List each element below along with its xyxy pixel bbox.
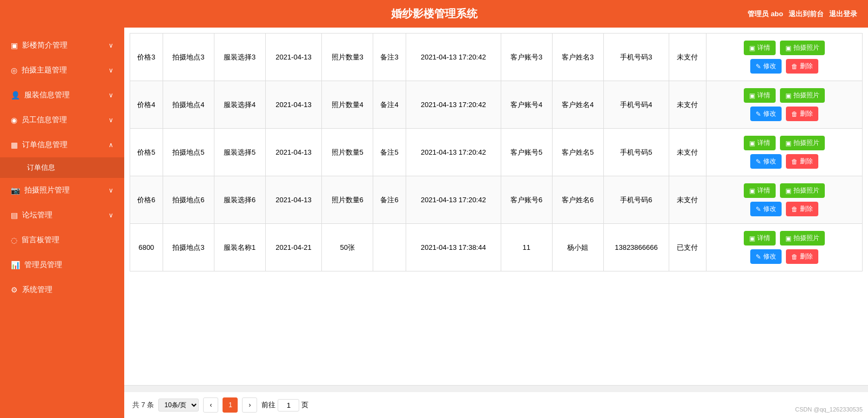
table-cell-0: 价格5 <box>130 129 163 176</box>
table-action-cell: ▣ 详情 ▣ 拍摄照片 ✎ 修改 🗑 删除 <box>706 176 862 224</box>
sidebar-item-studio-intro[interactable]: ▣ 影楼简介管理 ∨ <box>0 33 124 58</box>
table-cell-4: 照片数量3 <box>322 34 373 81</box>
sidebar-label-system: 系统管理 <box>22 285 113 295</box>
sidebar-label-costume: 服装信息管理 <box>24 90 109 100</box>
photo-button[interactable]: ▣ 拍摄照片 <box>780 88 825 103</box>
delete-button[interactable]: 🗑 删除 <box>786 154 818 169</box>
total-count: 共 7 条 <box>132 400 154 410</box>
photo-button[interactable]: ▣ 拍摄照片 <box>780 183 825 198</box>
delete-icon: 🗑 <box>791 205 798 213</box>
delete-button[interactable]: 🗑 删除 <box>786 249 818 264</box>
table-cell-2: 服装选择3 <box>214 34 265 81</box>
sidebar-item-photo[interactable]: 📷 拍摄照片管理 ∨ <box>0 178 124 203</box>
detail-icon: ▣ <box>749 44 755 52</box>
sidebar-sub-order-info[interactable]: 订单信息 <box>0 157 124 178</box>
table-cell-7: 客户账号4 <box>501 81 552 129</box>
back-to-front-link[interactable]: 退出到前台 <box>789 9 824 19</box>
sidebar-icon-costume: 👤 <box>11 91 20 99</box>
edit-button[interactable]: ✎ 修改 <box>750 107 782 121</box>
sidebar-item-costume[interactable]: 👤 服装信息管理 ∨ <box>0 83 124 108</box>
photo-icon: ▣ <box>785 187 791 195</box>
page-size-select[interactable]: 10条/页 20条/页 50条/页 <box>158 399 199 412</box>
detail-button[interactable]: ▣ 详情 <box>744 41 776 55</box>
chevron-down-icon-6: ∨ <box>109 187 113 194</box>
detail-button[interactable]: ▣ 详情 <box>744 136 776 150</box>
edit-icon: ✎ <box>756 205 761 213</box>
table-cell-7: 客户账号5 <box>501 129 552 176</box>
table-cell-10: 未支付 <box>669 176 706 224</box>
sidebar-item-shoot-theme[interactable]: ◎ 拍摄主题管理 ∨ <box>0 58 124 83</box>
table-cell-6: 2021-04-13 17:38:44 <box>406 224 501 271</box>
table-cell-3: 2021-04-13 <box>265 129 322 176</box>
table-cell-3: 2021-04-13 <box>265 176 322 224</box>
table-action-cell: ▣ 详情 ▣ 拍摄照片 ✎ 修改 🗑 删除 <box>706 224 862 271</box>
detail-icon: ▣ <box>749 140 755 147</box>
delete-button[interactable]: 🗑 删除 <box>786 202 818 216</box>
detail-button[interactable]: ▣ 详情 <box>744 88 776 103</box>
sidebar-item-message[interactable]: ◌ 留言板管理 <box>0 228 124 253</box>
goto-input[interactable] <box>278 399 299 412</box>
app-header: 婚纱影楼管理系统 管理员 abo 退出到前台 退出登录 <box>0 0 868 28</box>
goto-prefix: 前往 <box>261 400 275 410</box>
sidebar-item-staff[interactable]: ◉ 员工信息管理 ∨ <box>0 108 124 132</box>
table-cell-7: 11 <box>501 224 552 271</box>
table-cell-6: 2021-04-13 17:20:42 <box>406 176 501 224</box>
page-1-button[interactable]: 1 <box>223 397 238 413</box>
table-cell-5 <box>373 224 406 271</box>
edit-button[interactable]: ✎ 修改 <box>750 59 782 74</box>
sidebar-item-forum[interactable]: ▤ 论坛管理 ∨ <box>0 203 124 228</box>
delete-button[interactable]: 🗑 删除 <box>786 59 818 74</box>
photo-button[interactable]: ▣ 拍摄照片 <box>780 41 825 55</box>
detail-button[interactable]: ▣ 详情 <box>744 231 776 246</box>
edit-button[interactable]: ✎ 修改 <box>750 154 782 169</box>
table-row: 价格5拍摄地点5服装选择52021-04-13照片数量5备注52021-04-1… <box>130 129 863 176</box>
table-container: 价格3拍摄地点3服装选择32021-04-13照片数量3备注32021-04-1… <box>124 28 868 385</box>
delete-icon: 🗑 <box>791 110 798 118</box>
photo-icon: ▣ <box>785 44 791 52</box>
sidebar-icon-photo: 📷 <box>11 186 20 195</box>
table-cell-10: 已支付 <box>669 224 706 271</box>
sidebar-icon-message: ◌ <box>11 236 17 244</box>
table-cell-9: 手机号码5 <box>603 129 669 176</box>
edit-icon: ✎ <box>756 158 761 165</box>
table-cell-4: 50张 <box>322 224 373 271</box>
chevron-down-icon-7: ∨ <box>109 211 113 219</box>
prev-page-button[interactable]: ‹ <box>203 397 218 413</box>
table-row: 价格4拍摄地点4服装选择42021-04-13照片数量4备注42021-04-1… <box>130 81 863 129</box>
edit-button[interactable]: ✎ 修改 <box>750 202 782 216</box>
photo-button[interactable]: ▣ 拍摄照片 <box>780 136 825 150</box>
table-cell-2: 服装选择4 <box>214 81 265 129</box>
sidebar-icon-studio: ▣ <box>11 41 18 50</box>
edit-icon: ✎ <box>756 110 761 118</box>
sidebar-item-system[interactable]: ⚙ 系统管理 <box>0 277 124 302</box>
next-page-button[interactable]: › <box>242 397 257 413</box>
table-cell-0: 6800 <box>130 224 163 271</box>
table-cell-5: 备注4 <box>373 81 406 129</box>
sidebar-sub-label-order: 订单信息 <box>27 163 55 171</box>
photo-button[interactable]: ▣ 拍摄照片 <box>780 231 825 246</box>
table-cell-6: 2021-04-13 17:20:42 <box>406 34 501 81</box>
chevron-down-icon-5: ∧ <box>109 141 113 149</box>
sidebar-item-admin[interactable]: 📊 管理员管理 <box>0 253 124 277</box>
table-row: 价格6拍摄地点6服装选择62021-04-13照片数量6备注62021-04-1… <box>130 176 863 224</box>
table-cell-10: 未支付 <box>669 34 706 81</box>
scroll-bar[interactable] <box>124 385 868 392</box>
photo-icon: ▣ <box>785 92 791 99</box>
app-title: 婚纱影楼管理系统 <box>391 8 477 19</box>
edit-button[interactable]: ✎ 修改 <box>750 249 782 264</box>
detail-icon: ▣ <box>749 92 755 99</box>
table-cell-0: 价格4 <box>130 81 163 129</box>
table-cell-9: 13823866666 <box>603 224 669 271</box>
detail-button[interactable]: ▣ 详情 <box>744 183 776 198</box>
sidebar-item-order[interactable]: ▦ 订单信息管理 ∧ <box>0 132 124 157</box>
logout-link[interactable]: 退出登录 <box>829 9 857 19</box>
table-cell-3: 2021-04-13 <box>265 34 322 81</box>
table-cell-3: 2021-04-21 <box>265 224 322 271</box>
delete-button[interactable]: 🗑 删除 <box>786 107 818 121</box>
chevron-down-icon-4: ∨ <box>109 116 113 124</box>
sidebar-icon-shoot: ◎ <box>11 66 17 75</box>
table-cell-4: 照片数量6 <box>322 176 373 224</box>
sidebar-label-order: 订单信息管理 <box>22 140 109 150</box>
table-cell-8: 客户姓名5 <box>552 129 603 176</box>
table-cell-8: 客户姓名3 <box>552 34 603 81</box>
